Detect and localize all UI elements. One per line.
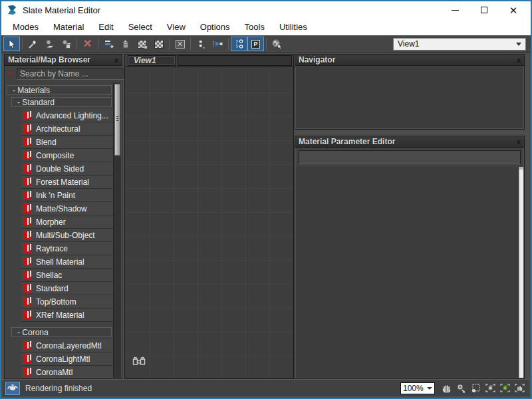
zoom-tool-button[interactable] <box>454 382 468 395</box>
group-header-materials[interactable]: - Materials <box>7 85 112 95</box>
material-item-top-bottom[interactable]: Top/Bottom <box>21 295 113 309</box>
material-item-label: CoronaLayeredMtl <box>36 341 102 350</box>
material-item-xref-material[interactable]: XRef Material <box>21 309 113 322</box>
window-title: Slate Material Editor <box>23 5 100 15</box>
chevron-down-icon <box>516 43 521 46</box>
material-item-shellac[interactable]: Shellac <box>21 269 113 282</box>
material-name-field[interactable] <box>299 150 521 164</box>
material-item-advanced-lighting[interactable]: Advanced Lighting... <box>21 109 113 122</box>
maximize-button[interactable] <box>469 1 499 19</box>
show-incoming-connections-button[interactable] <box>209 37 226 51</box>
browser-scrollbar[interactable] <box>113 82 121 378</box>
connections-arrow-icon <box>212 39 223 49</box>
parameter-editor-title: Material Parameter Editor <box>299 137 395 146</box>
close-button[interactable]: ✕ <box>499 1 528 19</box>
parameter-editor-scrollbar[interactable] <box>519 167 523 378</box>
parameter-editor-header[interactable]: Material Parameter Editor x <box>295 136 524 148</box>
zoom-level-dropdown[interactable]: 100% <box>400 382 435 394</box>
minimize-button[interactable] <box>440 1 469 19</box>
hide-unused-nodeslots-button[interactable] <box>117 37 134 51</box>
select-by-material-icon <box>271 39 283 49</box>
assign-material-button[interactable] <box>41 37 58 51</box>
node-view-area: View1 <box>124 54 294 379</box>
node-graph-canvas[interactable] <box>126 68 293 378</box>
menu-bar: ModesMaterialEditSelectViewOptionsToolsU… <box>1 19 531 35</box>
material-item-standard[interactable]: Standard <box>21 282 113 295</box>
parameter-editor-close-button[interactable]: x <box>517 138 521 146</box>
layout-all-button[interactable] <box>231 37 247 51</box>
zoom-extents-button[interactable] <box>483 382 497 395</box>
parameter-editor-icon: P <box>251 40 260 49</box>
browser-close-button[interactable]: x <box>114 57 118 64</box>
material-item-shell-material[interactable]: Shell Material <box>21 255 113 269</box>
menu-select[interactable]: Select <box>121 20 160 34</box>
view-selector-value: View1 <box>398 39 516 49</box>
material-id-channel-button[interactable] <box>193 37 209 51</box>
zoom-level-value: 100% <box>403 384 427 393</box>
navigator-header[interactable]: Navigator x <box>295 55 524 66</box>
browser-header[interactable]: Material/Map Browser x <box>5 55 122 66</box>
view-selector-dropdown[interactable]: View1 <box>393 38 526 51</box>
menu-modes[interactable]: Modes <box>5 20 46 34</box>
zoom-region-button[interactable] <box>468 382 483 395</box>
minimize-icon <box>452 10 459 11</box>
zoom-extents-selected-button[interactable] <box>497 382 512 395</box>
teapot-icon <box>7 384 18 392</box>
pan-tool-button[interactable] <box>439 382 454 395</box>
menu-utilities[interactable]: Utilities <box>272 20 315 34</box>
material-item-forest-material[interactable]: Forest Material <box>21 176 113 189</box>
show-shaded-material-button[interactable] <box>134 37 150 51</box>
material-item-coronalightmtl[interactable]: CoronaLightMtl <box>21 352 113 366</box>
pick-material-button[interactable] <box>25 37 41 51</box>
close-icon: ✕ <box>509 5 518 15</box>
status-bar: Rendering finished 100% <box>3 379 529 396</box>
material-item-matte-shadow[interactable]: Matte/Shadow <box>21 202 113 215</box>
material-ball-icon <box>24 257 32 266</box>
toolbar-separator <box>98 38 98 50</box>
material-id-icon <box>198 39 205 49</box>
material-item-multi-sub-object[interactable]: Multi/Sub-Object <box>21 229 113 242</box>
material-item-label: Top/Bottom <box>36 297 76 307</box>
material-item-architectural[interactable]: Architectural <box>21 122 113 136</box>
tab-view1[interactable]: View1 <box>128 55 176 66</box>
material-item-raytrace[interactable]: Raytrace <box>21 242 113 255</box>
material-item-label: Morpher <box>36 217 66 227</box>
put-material-to-scene-button[interactable] <box>58 37 74 51</box>
material-ball-icon <box>24 244 32 253</box>
move-children-button[interactable] <box>100 37 117 51</box>
material-item-coronalayeredmtl[interactable]: CoronaLayeredMtl <box>21 339 113 352</box>
material-ball-icon <box>24 138 32 146</box>
select-tool-button[interactable] <box>3 37 20 51</box>
group-header-corona[interactable]: - Corona <box>11 327 112 337</box>
material-item-label: CoronaMtl <box>36 368 72 377</box>
material-item-double-sided[interactable]: Double Sided <box>21 162 113 176</box>
menu-tools[interactable]: Tools <box>237 20 272 34</box>
browser-filter-button[interactable] <box>7 68 15 79</box>
navigator-close-button[interactable]: x <box>517 57 521 64</box>
delete-selected-button[interactable]: ✕ <box>79 37 96 51</box>
material-item-coronamtl[interactable]: CoronaMtl <box>21 366 113 378</box>
material-item-morpher[interactable]: Morpher <box>21 215 113 229</box>
material-item-label: Multi/Sub-Object <box>36 231 95 240</box>
menu-view[interactable]: View <box>160 20 193 34</box>
menu-edit[interactable]: Edit <box>91 20 120 34</box>
group-header-standard[interactable]: - Standard <box>11 97 112 107</box>
menu-material[interactable]: Material <box>46 20 91 34</box>
navigator-body[interactable] <box>296 66 523 128</box>
material-item-blend[interactable]: Blend <box>21 136 113 149</box>
material-item-composite[interactable]: Composite <box>21 149 113 162</box>
show-background-button[interactable] <box>150 37 167 51</box>
browser-scrollbar-thumb[interactable] <box>114 84 120 156</box>
pan-to-selection-button[interactable] <box>512 382 527 395</box>
delete-x-icon: ✕ <box>83 39 92 49</box>
parameter-editor-toggle-button[interactable]: P <box>247 37 264 51</box>
show-end-result-button[interactable]: ✕ <box>172 37 188 51</box>
navigator-panel: Navigator x <box>295 54 525 130</box>
material-item-ink-n-paint[interactable]: Ink 'n Paint <box>21 189 113 202</box>
menu-options[interactable]: Options <box>193 20 237 34</box>
search-input[interactable] <box>17 68 126 80</box>
parameter-editor-empty-area[interactable] <box>296 167 519 378</box>
material-ball-icon <box>24 204 32 213</box>
select-by-material-button[interactable] <box>269 37 285 51</box>
render-preview-button[interactable] <box>5 382 20 395</box>
